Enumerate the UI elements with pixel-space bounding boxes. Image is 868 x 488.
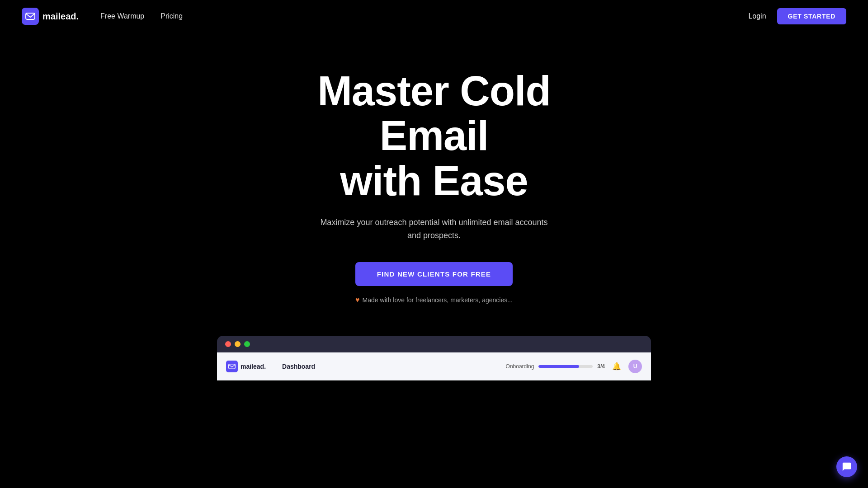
browser-content: mailead. Dashboard Onboarding 3/4 🔔 U — [217, 352, 651, 380]
inner-logo-text: mailead. — [241, 363, 266, 370]
inner-dashboard-label: Dashboard — [282, 363, 315, 370]
logo[interactable]: mailead. — [22, 8, 79, 25]
logo-text: mailead. — [42, 11, 79, 22]
onboarding-progress-bar — [538, 365, 593, 368]
heart-icon: ♥ — [355, 296, 360, 304]
traffic-light-red — [225, 341, 231, 347]
login-button[interactable]: Login — [748, 12, 766, 20]
avatar: U — [628, 360, 642, 373]
onboarding-label: Onboarding — [506, 363, 534, 370]
nav-free-warmup[interactable]: Free Warmup — [100, 12, 144, 20]
nav-right: Login GET STARTED — [748, 8, 846, 24]
onboarding-count: 3/4 — [597, 363, 605, 370]
onboarding-progress-fill — [538, 365, 579, 368]
bell-icon: 🔔 — [612, 362, 621, 371]
hero-title: Master Cold Email with Ease — [317, 69, 551, 203]
hero-cta-button[interactable]: FIND NEW CLIENTS FOR FREE — [355, 262, 513, 286]
nav-pricing[interactable]: Pricing — [160, 12, 183, 20]
inner-logo: mailead. — [226, 361, 266, 372]
traffic-light-yellow — [235, 341, 241, 347]
onboarding-wrap: Onboarding 3/4 — [506, 363, 605, 370]
hero-subtitle: Maximize your outreach potential with un… — [316, 216, 552, 242]
inner-right: Onboarding 3/4 🔔 U — [506, 360, 642, 373]
svg-rect-1 — [229, 364, 236, 369]
hero-section: Master Cold Email with Ease Maximize you… — [0, 33, 868, 331]
dashboard-preview: mailead. Dashboard Onboarding 3/4 🔔 U — [0, 336, 868, 380]
browser-window: mailead. Dashboard Onboarding 3/4 🔔 U — [217, 336, 651, 380]
chat-bubble[interactable] — [836, 456, 857, 477]
hero-love: ♥ Made with love for freelancers, market… — [355, 296, 513, 304]
inner-logo-icon — [226, 361, 238, 372]
svg-rect-0 — [26, 13, 35, 19]
navbar: mailead. Free Warmup Pricing Login GET S… — [0, 0, 868, 33]
logo-icon — [22, 8, 39, 25]
get-started-button[interactable]: GET STARTED — [777, 8, 846, 24]
browser-bar — [217, 336, 651, 352]
traffic-light-green — [244, 341, 250, 347]
nav-links: Free Warmup Pricing — [100, 12, 183, 20]
hero-love-text: Made with love for freelancers, marketer… — [363, 296, 513, 304]
